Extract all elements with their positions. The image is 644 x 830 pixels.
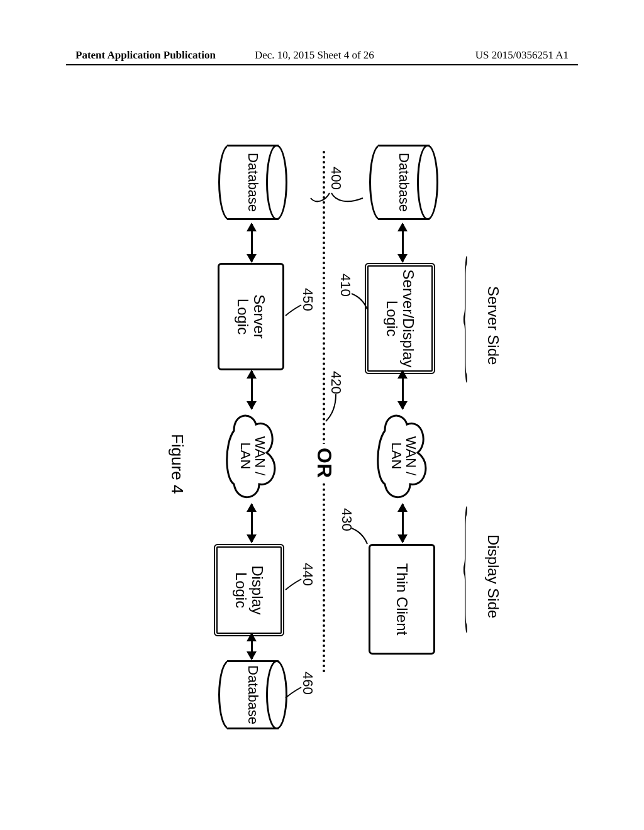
display-logic-box: Display Logic: [214, 544, 284, 636]
arrow-top-logic-cloud: [402, 371, 404, 409]
cloud-top: WAN / LAN: [372, 409, 435, 503]
cloud-bottom: WAN / LAN: [221, 409, 284, 503]
page-header: Patent Application Publication Dec. 10, …: [0, 49, 644, 65]
display-side-label: Display Side: [484, 534, 502, 618]
database-bottom-left: Database: [218, 145, 287, 220]
server-display-logic-box: Server/Display Logic: [365, 263, 435, 374]
arrow-bottom-cloud-display: [251, 504, 253, 542]
server-logic-box: Server Logic: [218, 263, 284, 370]
display-logic-label: Display Logic: [233, 565, 266, 615]
thin-client-label: Thin Client: [394, 563, 410, 636]
database-top-left-label: Database: [396, 153, 412, 212]
arrow-bottom-db-server: [251, 224, 253, 262]
display-side-brace: ⏟: [464, 506, 482, 634]
or-label: OR: [313, 444, 336, 482]
arrow-bottom-server-cloud: [251, 371, 253, 409]
arrow-bottom-display-db: [251, 634, 253, 659]
header-left: Patent Application Publication: [75, 49, 216, 62]
cloud-top-label: WAN / LAN: [389, 436, 418, 476]
server-display-logic-label: Server/Display Logic: [384, 269, 417, 367]
leader-460: [284, 684, 303, 703]
figure-4-diagram: Server Side ⏟ Display Side ⏟ Database Se…: [146, 145, 498, 698]
server-side-label: Server Side: [484, 286, 502, 365]
cloud-bottom-label: WAN / LAN: [238, 436, 267, 476]
header-right: US 2015/0356251 A1: [475, 49, 569, 62]
server-side-brace: ⏟: [464, 256, 482, 384]
database-top-left: Database: [369, 145, 438, 220]
database-bottom-left-label: Database: [245, 153, 261, 212]
database-bottom-right-label: Database: [245, 665, 261, 724]
leader-440: [284, 576, 303, 595]
header-center: Dec. 10, 2015 Sheet 4 of 26: [255, 49, 374, 62]
thin-client-box: Thin Client: [369, 544, 435, 655]
arrow-top-db-logic: [402, 224, 404, 262]
leader-400: [309, 179, 366, 217]
leader-410: [350, 290, 369, 316]
ref-420: 420: [328, 371, 344, 394]
leader-430: [350, 525, 369, 550]
arrow-top-cloud-client: [402, 504, 404, 542]
database-bottom-right: Database: [218, 660, 287, 729]
server-logic-label: Server Logic: [235, 294, 268, 339]
header-rule: [66, 64, 578, 65]
leader-450: [284, 302, 303, 321]
leader-420: [319, 393, 341, 424]
figure-caption: Figure 4: [167, 434, 187, 494]
